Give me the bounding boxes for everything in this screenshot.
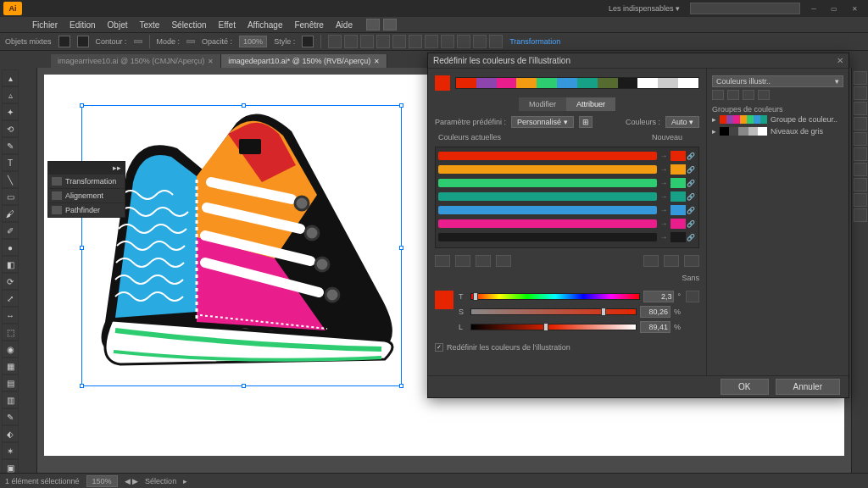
panel-transformation[interactable]: Transformation [48,174,125,188]
selection-tool[interactable]: ▴ [2,69,19,86]
color-mode-toggle-icon[interactable] [686,291,699,302]
strip-swatch[interactable] [598,78,618,88]
paintbrush-tool[interactable]: 🖌 [2,205,19,222]
panel-pathfinder[interactable]: Pathfinder [48,202,125,217]
separate-colors-icon[interactable] [496,255,511,267]
align-artboard-icon[interactable] [489,35,503,48]
hue-value[interactable]: 2,3 [643,291,674,302]
strip-swatch[interactable] [456,78,476,88]
panel-collapse-icon[interactable]: ▸▸ [113,164,121,172]
strip-swatch[interactable] [497,78,517,88]
scale-tool[interactable]: ⤢ [2,290,19,307]
zoom-dropdown[interactable]: 150% [86,475,118,487]
workspace-switcher[interactable]: Les indispensables ▾ [602,4,687,13]
layers-panel-icon[interactable] [854,208,867,222]
align-left-icon[interactable] [344,35,358,48]
align-bottom-icon[interactable] [425,35,438,48]
pen-tool[interactable]: ✎ [2,137,19,154]
window-close[interactable]: ✕ [844,3,865,14]
lig-value[interactable]: 89,41 [640,321,670,333]
color-row[interactable]: →🔗 [438,150,696,162]
preset-dropdown[interactable]: Personnalisé ▾ [511,116,574,128]
brushes-panel-icon[interactable] [854,102,867,115]
save-group-icon[interactable] [727,90,739,100]
panel-alignement[interactable]: Alignement [48,188,125,202]
column-view-icon[interactable] [455,255,470,267]
ok-button[interactable]: OK [721,379,768,395]
tsl-preview-swatch[interactable] [435,291,453,309]
options-icon[interactable] [758,90,770,100]
lig-slider[interactable] [470,324,637,330]
perspective-tool[interactable]: ▦ [2,358,19,374]
color-panel-icon[interactable] [854,71,867,85]
menu-affichage[interactable]: Affichage [242,19,288,31]
strip-swatch[interactable] [557,78,577,88]
recolor-checkbox[interactable]: ✓ [435,343,443,352]
mesh-tool[interactable]: ▤ [2,374,19,391]
color-row[interactable]: →🔗 [438,191,696,202]
window-minimize[interactable]: ─ [804,3,824,14]
menu-selection[interactable]: Sélection [166,19,211,31]
tab-imagedepart[interactable]: imagedepart10.ai* @ 150% (RVB/Aperçu)✕ [221,54,387,68]
tab-modifier[interactable]: Modifier [519,97,566,111]
eraser-tool[interactable]: ◧ [2,256,19,273]
blend-tool[interactable]: ⬖ [2,425,19,442]
strip-swatch[interactable] [618,78,638,88]
hue-slider[interactable] [470,293,640,300]
opacity-dropdown[interactable]: 100% [239,36,267,47]
tab-close-icon[interactable]: ✕ [374,58,380,65]
menu-objet[interactable]: Objet [103,19,133,31]
transformation-link[interactable]: Transformation [509,37,560,46]
row-view-icon[interactable] [435,255,450,267]
find-color-icon[interactable] [643,255,659,267]
distribute-v-icon[interactable] [457,35,470,48]
tab-close-icon[interactable]: ✕ [208,58,214,65]
color-row[interactable]: →🔗 [438,218,696,230]
stroke-swatch[interactable] [77,36,89,47]
line-tool[interactable]: ╲ [2,171,19,188]
graphic-styles-panel-icon[interactable] [854,193,867,207]
width-tool[interactable]: ↔ [2,307,19,324]
eyedropper-tool[interactable]: ✎ [2,408,19,425]
fill-swatch[interactable] [58,36,70,47]
blob-brush-tool[interactable]: ● [2,239,19,256]
color-group-1[interactable]: ▸ Groupe de couleur.. [712,114,843,125]
color-row[interactable]: →🔗 [438,231,696,243]
strip-swatch[interactable] [516,78,537,88]
transform-panel[interactable]: ▸▸ Transformation Alignement Pathfinder [47,161,125,218]
magic-wand-tool[interactable]: ✦ [2,103,19,120]
gradient-panel-icon[interactable] [854,147,867,161]
folder-icon[interactable] [743,90,754,100]
color-row[interactable]: →🔗 [438,204,696,216]
free-transform-tool[interactable]: ⬚ [2,324,19,341]
merge-colors-icon[interactable] [476,255,491,267]
dialog-close-icon[interactable]: ✕ [837,56,843,65]
appearance-panel-icon[interactable] [854,178,867,191]
strip-swatch[interactable] [537,78,557,88]
tab-imagearrivee[interactable]: imagearrivee10.ai @ 150% (CMJN/Aperçu)✕ [51,54,221,68]
style-swatch[interactable] [302,36,314,47]
gradient-tool[interactable]: ▥ [2,391,19,408]
distribute-h-icon[interactable] [441,35,454,48]
pencil-tool[interactable]: ✐ [2,222,19,239]
strip-swatch[interactable] [678,78,698,88]
stroke-panel-icon[interactable] [854,132,867,146]
align-vcenter-icon[interactable] [409,35,422,48]
menu-effet[interactable]: Effet [214,19,241,31]
layout-icon[interactable] [366,19,380,30]
menu-edition[interactable]: Edition [64,19,101,31]
edit-group-icon[interactable] [712,90,724,100]
symbols-panel-icon[interactable] [854,117,867,130]
new-row-icon[interactable] [684,255,699,267]
window-maximize[interactable]: ▭ [824,3,844,14]
menu-texte[interactable]: Texte [135,19,165,31]
align-top-icon[interactable] [392,35,406,48]
exclude-color-icon[interactable] [664,255,679,267]
sat-slider[interactable] [470,308,637,315]
color-group-2[interactable]: ▸ Niveaux de gris [712,125,843,137]
layout-icon-2[interactable] [383,19,397,30]
align-key-icon[interactable] [473,35,487,48]
lasso-tool[interactable]: ⟲ [2,120,19,137]
sat-value[interactable]: 80,26 [640,306,670,318]
menu-fenetre[interactable]: Fenêtre [289,19,328,31]
